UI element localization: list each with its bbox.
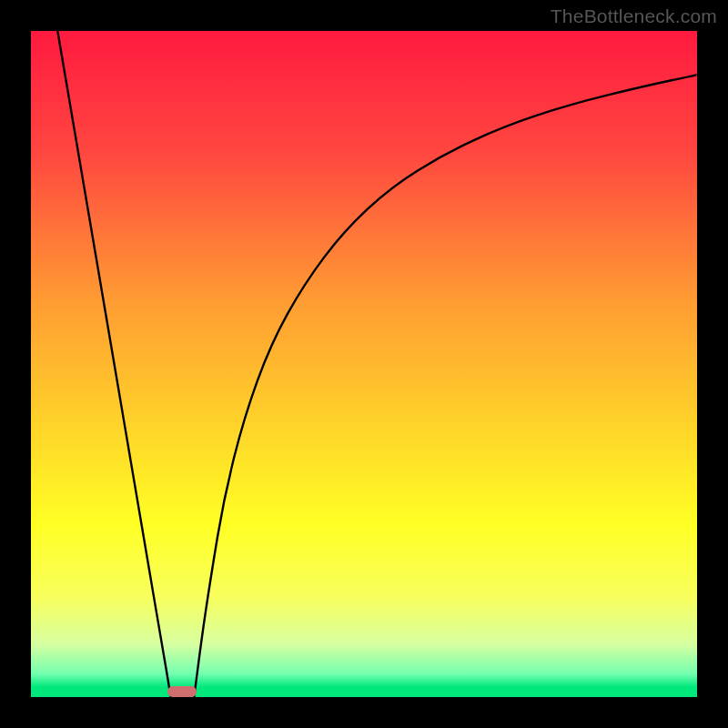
chart-stage: TheBottleneck.com: [0, 0, 728, 728]
curve-right-branch: [194, 75, 697, 697]
minimum-marker: [167, 686, 196, 697]
plot-area: [31, 31, 697, 697]
watermark-text: TheBottleneck.com: [551, 5, 717, 27]
bottleneck-curve: [31, 31, 697, 697]
curve-left-branch: [57, 31, 170, 697]
